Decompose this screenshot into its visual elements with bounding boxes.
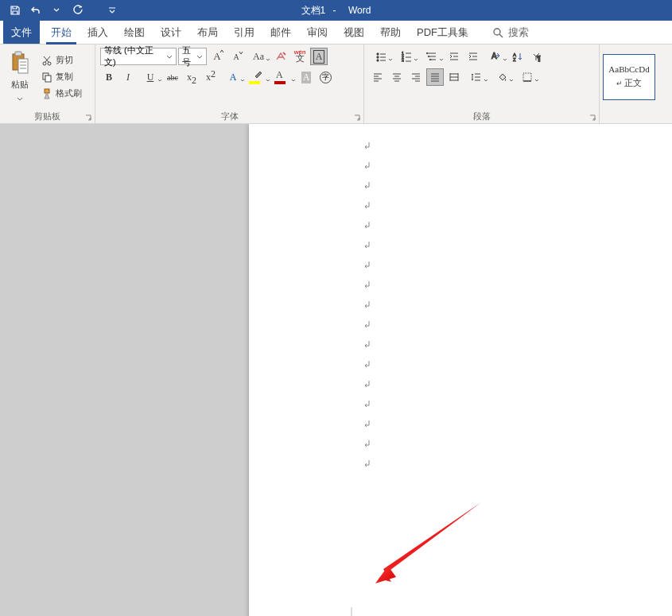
font-size-combo[interactable]: 五号 [178,48,207,65]
bold-button[interactable]: B [100,68,118,86]
tab-file[interactable]: 文件 [3,21,40,44]
bullets-button[interactable] [369,48,393,65]
title-sep: - [333,5,336,16]
char-border-button[interactable]: A [310,48,328,65]
superscript-button[interactable]: x2 [202,68,219,86]
group-paragraph: 123 A AZ ¶ 段落 [364,45,600,123]
document-area[interactable] [0,124,672,616]
tab-help[interactable]: 帮助 [372,21,409,44]
italic-button[interactable]: I [119,68,137,86]
tab-references[interactable]: 引用 [226,21,262,44]
multilevel-list-button[interactable] [420,48,444,65]
style-preview: AaBbCcDd [608,64,649,74]
copy-icon [41,72,52,83]
tab-insert-label: 插入 [87,25,108,40]
asian-layout-button[interactable]: A [484,48,507,65]
copy-button[interactable]: 复制 [38,69,85,84]
tab-review-label: 审阅 [307,25,328,40]
tab-insert[interactable]: 插入 [80,21,116,44]
svg-text:¶: ¶ [537,54,541,62]
format-painter-label: 格式刷 [56,87,82,99]
paint-bucket-icon [496,72,507,83]
svg-text:3: 3 [402,59,404,62]
ribbon: 粘贴 剪切 复制 格式刷 剪贴板 [0,45,672,124]
increase-indent-button[interactable] [464,48,482,65]
tab-review[interactable]: 审阅 [299,21,336,44]
font-name-combo[interactable]: 等线 (中文正文) [100,48,177,65]
font-color-button[interactable]: A [272,68,296,86]
phonetic-guide-button[interactable]: wén文 [291,48,309,65]
tab-references-label: 引用 [234,25,254,40]
align-right-button[interactable] [407,68,425,86]
paste-icon [9,48,31,77]
shrink-font-button[interactable]: A [227,48,245,65]
tab-design[interactable]: 设计 [153,21,189,44]
paste-button[interactable]: 粘贴 [5,47,35,107]
underline-button[interactable]: U [138,68,162,86]
grow-font-button[interactable]: A [208,48,226,65]
sort-button[interactable]: AZ [509,48,526,65]
tab-mailings-label: 邮件 [270,25,291,40]
svg-text:A: A [491,52,497,60]
qat-customize-icon[interactable] [103,2,121,19]
change-case-button[interactable]: Aa [247,48,270,65]
group-clipboard: 粘贴 剪切 复制 格式刷 剪贴板 [0,45,95,123]
tab-pdftools[interactable]: PDF工具集 [409,21,476,44]
brush-icon [41,88,52,99]
tab-layout[interactable]: 布局 [189,21,226,44]
svg-rect-7 [45,76,51,82]
numbering-button[interactable]: 123 [394,48,418,65]
align-justify-button[interactable] [426,68,444,86]
tab-draw[interactable]: 绘图 [116,21,153,44]
text-effects-button[interactable]: A [221,68,245,86]
cut-button[interactable]: 剪切 [38,52,85,68]
group-clipboard-label: 剪贴板 [0,109,95,123]
save-icon[interactable] [6,2,24,19]
svg-point-0 [494,29,500,35]
redo-icon[interactable] [68,2,86,19]
tab-view-label: 视图 [344,25,364,40]
font-launcher-icon[interactable] [352,113,362,122]
chevron-down-icon [17,91,23,105]
tab-layout-label: 布局 [197,25,218,40]
scissors-icon [41,55,52,66]
paragraph-launcher-icon[interactable] [588,113,597,122]
align-left-button[interactable] [369,68,386,86]
svg-rect-2 [15,52,21,56]
clipboard-launcher-icon[interactable] [84,113,93,122]
paragraph-marks [363,135,371,473]
svg-point-10 [377,56,379,58]
char-shading-button[interactable]: A [297,68,315,86]
strikethrough-button[interactable]: abc [164,68,181,86]
borders-icon [522,72,533,83]
subscript-button[interactable]: x2 [183,68,200,86]
style-normal[interactable]: AaBbCcDd ↵ 正文 [603,54,655,100]
enclose-char-button[interactable]: 字 [317,68,334,86]
highlight-button[interactable] [247,68,270,86]
chevron-down-icon [166,52,173,61]
copy-label: 复制 [56,71,73,83]
align-center-button[interactable] [388,68,406,86]
undo-dropdown-icon[interactable] [48,2,65,19]
show-marks-button[interactable]: ¶ [528,48,546,65]
tab-home[interactable]: 开始 [43,21,80,44]
shading-button[interactable] [490,68,514,86]
group-styles: AaBbCcDd ↵ 正文 [600,45,672,123]
decrease-indent-button[interactable] [445,48,463,65]
undo-icon[interactable] [27,2,45,19]
search-box[interactable]: 搜索 [492,21,529,44]
distributed-button[interactable] [445,68,463,86]
group-paragraph-label: 段落 [364,109,599,123]
tab-mailings[interactable]: 邮件 [262,21,299,44]
tab-file-label: 文件 [11,25,32,40]
tab-view[interactable]: 视图 [336,21,372,44]
borders-button[interactable] [515,68,539,86]
highlighter-icon [253,70,264,79]
page-1[interactable] [249,124,672,616]
window-title: 文档1 - Word [301,4,371,17]
tab-draw-label: 绘图 [124,25,145,40]
search-icon [492,27,503,38]
line-spacing-button[interactable] [464,68,488,86]
format-painter-button[interactable]: 格式刷 [38,86,85,101]
clear-formatting-button[interactable] [272,48,289,65]
